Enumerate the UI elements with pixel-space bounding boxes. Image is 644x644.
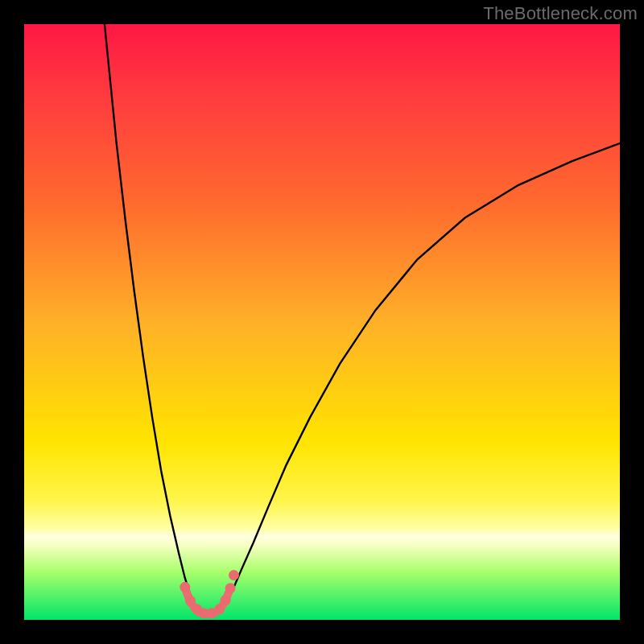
chart-svg xyxy=(24,24,620,620)
marker-dot xyxy=(214,604,225,614)
watermark-text: TheBottleneck.com xyxy=(483,3,638,24)
marker-dot xyxy=(225,583,236,593)
plot-area xyxy=(24,24,620,620)
marker-dot xyxy=(185,596,196,606)
marker-dot xyxy=(180,582,190,592)
marker-dot xyxy=(229,570,239,580)
chart-frame: TheBottleneck.com xyxy=(0,0,644,644)
marker-dot xyxy=(221,595,231,605)
